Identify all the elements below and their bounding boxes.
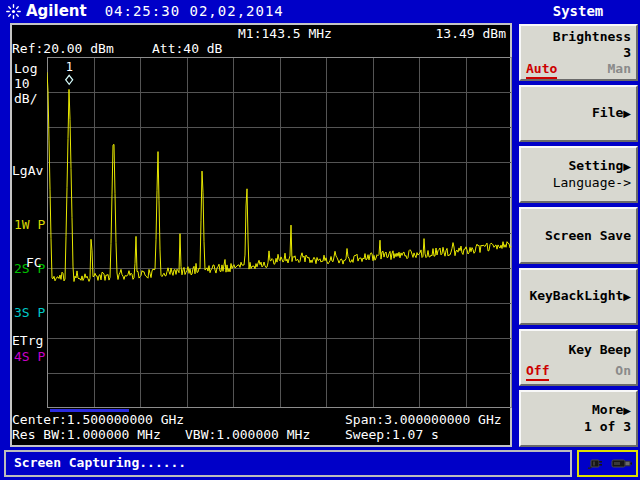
key-beep-off-option[interactable]: Off (526, 363, 549, 381)
brightness-man-option[interactable]: Man (608, 61, 631, 79)
softkey-file[interactable]: File▶ (519, 85, 638, 142)
key-beep-label: Key Beep (526, 342, 631, 358)
softkey-screen-save[interactable]: Screen Save (519, 207, 638, 264)
brightness-value: 3 (526, 45, 631, 61)
brightness-auto-option[interactable]: Auto (526, 61, 557, 79)
center-freq: Center:1.500000000 GHz (12, 413, 184, 427)
spectrum-svg: 1 (47, 57, 512, 408)
graticule: 1 (47, 57, 512, 408)
keybacklight-label: KeyBackLight (529, 288, 623, 303)
datetime: 04:25:30 02,02,2014 (105, 3, 284, 19)
svg-text:1: 1 (66, 60, 73, 74)
connection-indicator-box (577, 450, 638, 477)
softkey-menu: Brightness 3 Auto Man File▶ Setting▶ Lan… (519, 24, 638, 451)
more-label: More (592, 402, 623, 417)
marker-readout: M1:143.5 MHz (238, 27, 332, 41)
attenuation: Att:40 dB (152, 42, 222, 56)
spectrum-display: M1:143.5 MHz 13.49 dBm Ref:20.00 dBm Att… (10, 23, 512, 447)
average-label: LgAv (12, 164, 43, 178)
status-bar: Screen Capturing...... (4, 450, 572, 477)
softkey-setting[interactable]: Setting▶ Language-> (519, 146, 638, 203)
status-message: Screen Capturing...... (14, 455, 186, 470)
setting-label: Setting (569, 158, 624, 173)
softkey-brightness[interactable]: Brightness 3 Auto Man (519, 24, 638, 81)
setting-language-hint: Language-> (526, 175, 631, 191)
agilent-spark-icon (6, 4, 21, 19)
submenu-arrow-icon: ▶ (623, 291, 631, 302)
submenu-arrow-icon: ▶ (623, 405, 631, 416)
scale-type-label: Log (14, 62, 37, 76)
res-bw: Res BW:1.000000 MHz (12, 428, 161, 442)
fc-indicator: FC (26, 256, 42, 270)
ref-level: Ref:20.00 dBm (12, 42, 114, 56)
marker-level: 13.49 dBm (436, 27, 506, 41)
sweep-time: Sweep:1.07 s (345, 428, 439, 442)
key-beep-on-option[interactable]: On (615, 363, 631, 381)
instrument-screen: Agilent 04:25:30 02,02,2014 System M1:14… (0, 0, 640, 480)
submenu-arrow-icon: ▶ (623, 161, 631, 172)
brand: Agilent (6, 2, 87, 20)
scale-unit: dB/ (14, 92, 37, 106)
usb-device-icon (611, 457, 633, 470)
screen-save-label: Screen Save (526, 228, 631, 244)
menu-title: System (516, 0, 640, 22)
submenu-arrow-icon: ▶ (623, 108, 631, 119)
softkey-key-beep[interactable]: Key Beep Off On (519, 329, 638, 386)
scale-per-div: 10 (14, 77, 30, 91)
power-plug-icon (587, 457, 607, 470)
vbw: VBW:1.000000 MHz (185, 428, 310, 442)
file-label: File (592, 105, 623, 120)
softkey-more[interactable]: More▶ 1 of 3 (519, 390, 638, 447)
brightness-label: Brightness (526, 29, 631, 45)
more-page-indicator: 1 of 3 (526, 419, 631, 435)
span-freq: Span:3.000000000 GHz (345, 413, 502, 427)
ext-trigger-indicator: ETrg (12, 334, 43, 348)
softkey-keybacklight[interactable]: KeyBackLight▶ (519, 268, 638, 325)
top-bar: Agilent 04:25:30 02,02,2014 (0, 0, 516, 22)
brand-name: Agilent (26, 2, 87, 20)
